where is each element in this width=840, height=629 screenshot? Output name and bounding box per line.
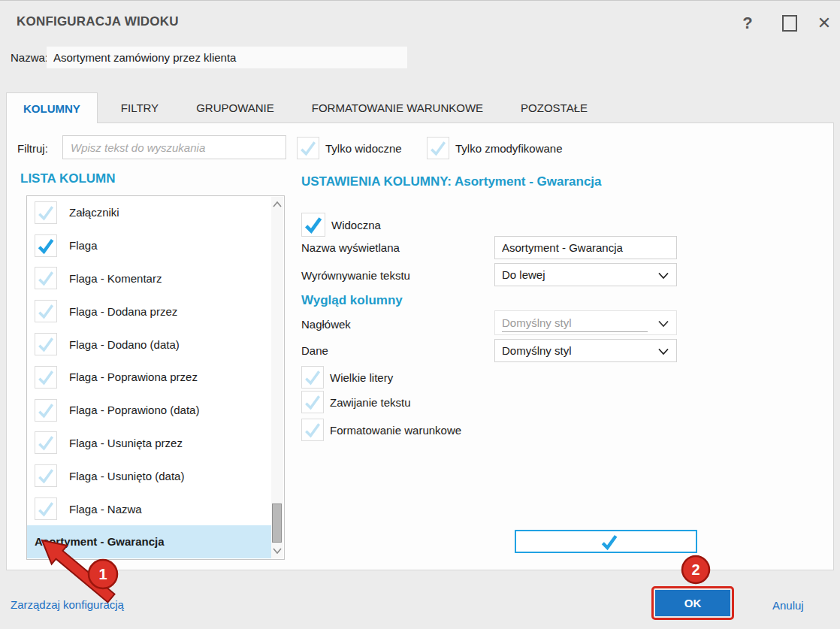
close-button[interactable]: ✕ [811,11,837,35]
check-icon [303,420,322,440]
item-checkbox[interactable] [35,201,57,224]
check-icon [303,367,322,387]
list-item-label: Flaga - Dodano (data) [69,338,180,351]
uppercase-option: Wielkie litery [301,366,393,389]
list-item-label: Flaga - Dodana przez [69,305,177,318]
item-checkbox[interactable] [35,497,57,520]
chevron-down-icon [658,268,669,281]
check-icon [36,499,56,519]
scroll-down-icon[interactable] [271,545,283,557]
check-icon [36,334,56,354]
uppercase-label: Wielkie litery [330,371,393,384]
visible-checkbox[interactable] [301,213,325,237]
scrollbar-thumb[interactable] [272,504,282,543]
columns-tab-panel: Filtruj: Tylko widoczne Tylko zmodyfikow… [6,122,834,570]
list-scrollbar[interactable] [271,197,283,558]
check-icon [36,401,56,420]
conditional-formatting-option: Formatowanie warunkowe [301,419,461,441]
item-checkbox[interactable] [35,234,57,257]
list-item-zalaczniki[interactable]: Załączniki [27,196,271,229]
list-item-flaga-poprawiono-data[interactable]: Flaga - Poprawiono (data) [27,394,271,427]
only-modified-label: Tylko zmodyfikowane [455,142,563,155]
check-icon [36,433,56,452]
only-modified-checkbox[interactable] [427,137,449,159]
align-value: Do lewej [502,268,545,281]
tab-formatowanie-warunkowe[interactable]: FORMATOWANIE WARUNKOWE [298,92,497,123]
list-item-label: Flaga - Usunięto (data) [69,470,184,482]
list-item-flaga-komentarz[interactable]: Flaga - Komentarz [27,262,271,295]
list-item-flaga-poprawiona-przez[interactable]: Flaga - Poprawiona przez [27,361,271,394]
item-checkbox[interactable] [35,464,57,487]
list-item-label: Flaga - Komentarz [69,272,162,285]
item-checkbox[interactable] [515,530,697,553]
item-checkbox[interactable] [35,333,57,355]
item-checkbox[interactable] [35,431,57,454]
check-icon [36,367,56,387]
list-item-label: Flaga [69,239,98,252]
list-item-flaga-usunieta-przez[interactable]: Flaga - Usunięta przez [27,427,271,460]
visible-option: Widoczna [301,213,381,237]
wrap-text-checkbox[interactable] [301,391,324,413]
item-checkbox[interactable] [35,399,57,422]
list-item-label: Asortyment - Gwarancja [35,535,165,548]
scroll-up-icon[interactable] [271,198,283,210]
check-icon [303,214,324,235]
check-icon [428,138,448,158]
list-item-flaga-dodana-przez[interactable]: Flaga - Dodana przez [27,295,271,328]
list-item-flaga-dodano-data[interactable]: Flaga - Dodano (data) [27,328,271,361]
check-icon [303,392,322,412]
check-icon [36,236,56,256]
column-list: Załączniki Flaga Flaga - Komentarz Flaga… [26,195,285,560]
item-checkbox[interactable] [35,267,57,289]
filter-search-input[interactable] [62,135,286,159]
align-select[interactable]: Do lewej [494,263,677,286]
name-label: Nazwa: [11,51,48,64]
tab-filtry[interactable]: FILTRY [107,92,173,123]
list-item-asortyment-gwarancja[interactable]: Asortyment - Gwarancja [27,525,271,558]
display-name-label: Nazwa wyświetlana [301,241,400,254]
item-checkbox[interactable] [35,300,57,322]
filter-label: Filtruj: [17,142,48,155]
wrap-text-label: Zawijanie tekstu [330,396,411,409]
only-visible-checkbox[interactable] [297,137,319,159]
view-name-input[interactable] [47,47,407,68]
tab-kolumny[interactable]: KOLUMNY [6,92,98,123]
list-item-label: Flaga - Nazwa [69,503,142,516]
ok-button[interactable]: OK [655,590,730,616]
cancel-link[interactable]: Anuluj [772,599,804,612]
wrap-text-option: Zawijanie tekstu [301,391,411,413]
check-icon [36,466,56,485]
column-settings-heading: USTAWIENIA KOLUMNY: Asortyment - Gwaranc… [301,174,602,189]
list-item-flaga-nazwa[interactable]: Flaga - Nazwa [27,492,271,525]
header-style-label: Nagłówek [301,318,351,331]
conditional-formatting-checkbox[interactable] [301,419,324,441]
header-style-select[interactable]: Domyślny styl [494,310,677,335]
check-icon [36,203,56,222]
tab-pozostale[interactable]: POZOSTAŁE [506,92,602,123]
data-style-label: Dane [301,344,328,357]
visible-label: Widoczna [331,219,381,231]
column-list-rows: Załączniki Flaga Flaga - Komentarz Flaga… [27,196,271,559]
check-icon [36,301,56,321]
list-item-label: Flaga - Usunięta przez [69,437,183,449]
column-list-heading: LISTA KOLUMN [20,171,116,186]
tab-grupowanie[interactable]: GRUPOWANIE [182,92,289,123]
data-style-select[interactable]: Domyślny styl [494,339,677,362]
list-item-flaga[interactable]: Flaga [27,229,271,262]
list-item-flaga-usunieto-data[interactable]: Flaga - Usunięto (data) [27,459,271,492]
data-style-value: Domyślny styl [502,344,572,357]
maximize-icon [782,15,797,32]
help-button[interactable]: ? [735,11,760,35]
only-visible-label: Tylko widoczne [325,142,402,155]
maximize-button[interactable] [777,11,802,35]
list-item-label: Flaga - Poprawiono (data) [69,404,199,416]
list-item-label: Flaga - Poprawiona przez [69,370,198,383]
item-checkbox[interactable] [35,366,57,389]
uppercase-checkbox[interactable] [301,366,324,389]
only-visible-option: Tylko widoczne [297,137,402,159]
tab-bar: KOLUMNY FILTRY GRUPOWANIE FORMATOWANIE W… [6,92,602,123]
header-style-value: Domyślny styl [502,316,648,332]
check-icon [36,268,56,288]
manage-configuration-link[interactable]: Zarządzaj konfiguracją [11,598,124,611]
display-name-input[interactable] [494,236,677,259]
